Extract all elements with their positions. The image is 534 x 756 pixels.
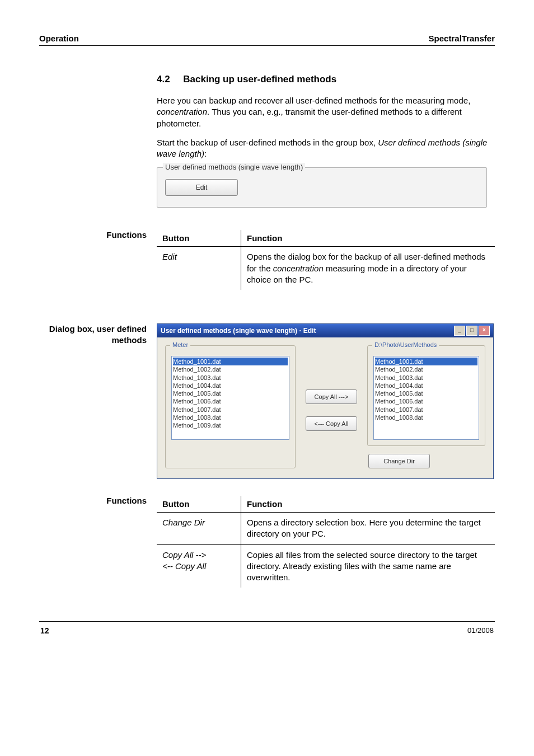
list-item[interactable]: Method_1002.dat (375, 365, 477, 373)
footer-rule (39, 621, 495, 622)
section-number: 4.2 (157, 74, 170, 84)
footer-date: 01/2008 (467, 626, 494, 635)
table1-col-function: Function (241, 230, 495, 247)
list-item[interactable]: Method_1008.dat (375, 414, 477, 421)
meter-listbox[interactable]: Method_1001.dat Method_1002.dat Method_1… (171, 356, 289, 440)
table2-col-function: Function (241, 496, 495, 513)
list-item[interactable]: Method_1002.dat (173, 365, 288, 373)
functions-label-2: Functions (39, 496, 157, 588)
intro-paragraph-1: Here you can backup and recover all user… (157, 95, 495, 129)
list-item[interactable]: Method_1001.dat (173, 358, 288, 365)
list-item[interactable]: Method_1007.dat (173, 406, 288, 414)
list-item[interactable]: Method_1003.dat (173, 374, 288, 382)
directory-groupbox: D:\Photo\UserMethods Method_1001.dat Met… (367, 345, 485, 446)
functions-table-2: Button Function Change Dir Opens a direc… (157, 496, 495, 588)
meter-legend: Meter (170, 341, 190, 348)
close-icon[interactable]: × (479, 326, 490, 336)
table1-row-func: Opens the dialog box for the backup of a… (241, 247, 495, 290)
functions-label-1: Functions (39, 230, 157, 290)
change-dir-button[interactable]: Change Dir (368, 454, 430, 468)
maximize-icon[interactable]: □ (466, 326, 477, 336)
functions-table-1: Button Function Edit Opens the dialog bo… (157, 230, 495, 290)
header-right: SpectralTransfer (429, 34, 495, 43)
list-item[interactable]: Method_1006.dat (173, 397, 288, 405)
list-item[interactable]: Method_1008.dat (173, 414, 288, 421)
dialog-title: User defined methods (single wave length… (161, 327, 316, 335)
minimize-icon[interactable]: _ (454, 326, 465, 336)
table2-r2-func: Copies all files from the selected sourc… (241, 544, 495, 588)
directory-legend: D:\Photo\UserMethods (372, 341, 439, 348)
edit-button[interactable]: Edit (165, 179, 238, 196)
header-rule (39, 45, 495, 46)
meter-groupbox: Meter Method_1001.dat Method_1002.dat Me… (165, 345, 296, 468)
user-defined-methods-groupbox: User defined methods (single wave length… (157, 167, 487, 208)
dialog-titlebar: User defined methods (single wave length… (157, 324, 493, 337)
page-number: 12 (40, 626, 49, 635)
groupbox-legend: User defined methods (single wave length… (163, 163, 305, 171)
list-item[interactable]: Method_1004.dat (375, 382, 477, 389)
list-item[interactable]: Method_1003.dat (375, 374, 477, 382)
list-item[interactable]: Method_1005.dat (173, 389, 288, 397)
table1-row-button: Edit (157, 247, 241, 290)
list-item[interactable]: Method_1007.dat (375, 406, 477, 414)
table2-r1-func: Opens a directory selection box. Here yo… (241, 513, 495, 545)
table2-r1-button: Change Dir (157, 513, 241, 545)
section-title: Backing up user-defined methods (183, 74, 336, 84)
list-item[interactable]: Method_1006.dat (375, 397, 477, 405)
section-heading: 4.2 Backing up user-defined methods (157, 74, 495, 85)
header-left: Operation (39, 34, 79, 43)
copy-all-right-button[interactable]: Copy All ---> (306, 389, 357, 404)
dialog-box-label: Dialog box, user defined methods (39, 323, 157, 479)
list-item[interactable]: Method_1001.dat (375, 358, 477, 365)
table2-col-button: Button (157, 496, 241, 513)
list-item[interactable]: Method_1004.dat (173, 382, 288, 389)
dialog-window: User defined methods (single wave length… (157, 323, 494, 479)
table1-col-button: Button (157, 230, 241, 247)
copy-all-left-button[interactable]: <--- Copy All (306, 416, 357, 431)
list-item[interactable]: Method_1009.dat (173, 421, 288, 429)
directory-listbox[interactable]: Method_1001.dat Method_1002.dat Method_1… (373, 356, 479, 440)
table2-r2-button: Copy All --> <-- Copy All (157, 544, 241, 588)
list-item[interactable]: Method_1005.dat (375, 389, 477, 397)
intro-paragraph-2: Start the backup of user-defined methods… (157, 137, 495, 160)
